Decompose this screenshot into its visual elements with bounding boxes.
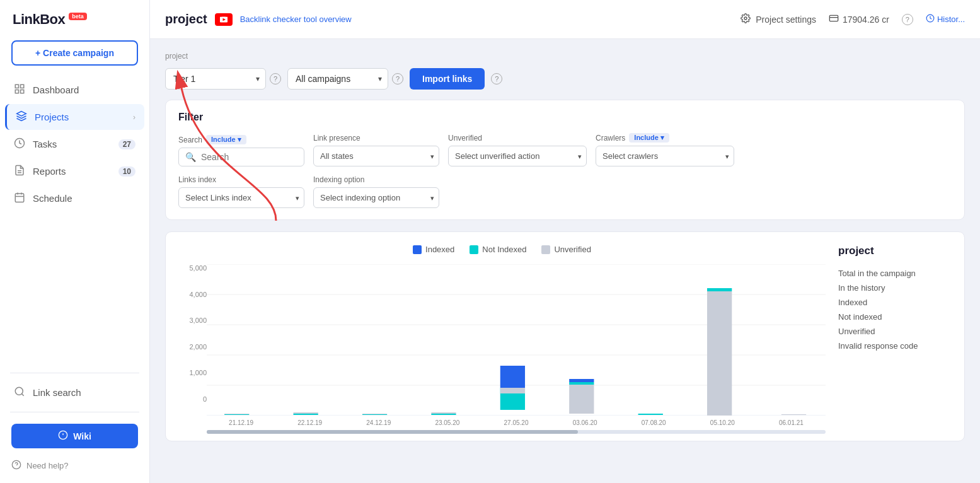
bar-23.05.20-not-indexed xyxy=(431,414,456,415)
x-label-3: 23.05.20 xyxy=(435,419,459,426)
help-question-icon[interactable]: ? xyxy=(902,14,913,25)
bar-05.10.20-not-indexed xyxy=(707,288,732,291)
sidebar-nav: Dashboard Projects › Tasks 27 Reports 10 xyxy=(0,77,149,366)
y-axis: 5,000 4,000 3,000 2,000 1,000 0 xyxy=(178,264,207,416)
bar-22.12.19-unverified xyxy=(293,412,318,414)
x-label-6: 07.08.20 xyxy=(642,419,666,426)
clock-icon xyxy=(926,14,935,25)
help-icon xyxy=(11,460,21,472)
create-campaign-button[interactable]: + Create campaign xyxy=(11,40,138,66)
stat-in-history: In the history xyxy=(838,281,952,295)
dashboard-icon xyxy=(14,83,25,96)
wiki-button[interactable]: Wiki xyxy=(11,424,138,448)
unverified-select[interactable]: Select unverified action xyxy=(448,146,587,166)
svg-rect-1 xyxy=(21,84,24,88)
svg-line-13 xyxy=(21,393,23,395)
header-right: Project settings 17904.26 cr ? Histor... xyxy=(741,13,965,25)
tasks-badge: 27 xyxy=(118,139,135,149)
x-label-7: 05.10.20 xyxy=(710,419,735,426)
youtube-icon[interactable] xyxy=(215,13,233,26)
search-input[interactable] xyxy=(201,152,296,162)
tier-help-icon[interactable]: ? xyxy=(270,73,281,84)
unverified-filter-group: Unverified Select unverified action xyxy=(448,134,587,166)
sidebar-item-link-search[interactable]: Link search xyxy=(5,380,144,405)
legend-unverified-label: Unverified xyxy=(554,245,591,254)
sidebar-item-tasks[interactable]: Tasks 27 xyxy=(5,131,144,157)
stat-total-campaign: Total in the campaign xyxy=(838,266,952,281)
indexing-option-filter-group: Indexing option Select indexing option xyxy=(313,175,439,208)
need-help-link[interactable]: Need help? xyxy=(0,453,149,483)
backlink-checker-link[interactable]: Backlink checker tool overview xyxy=(240,15,352,24)
chart-area: Indexed Not Indexed Unverified 5, xyxy=(178,245,826,428)
stat-invalid-response: Invalid response code xyxy=(838,339,952,353)
filter-row-1: Search Include ▾ 🔍 Link presence All sta… xyxy=(178,133,952,166)
filter-title: Filter xyxy=(178,112,952,123)
search-input-wrapper: 🔍 xyxy=(178,148,304,166)
chart-scrollbar-thumb[interactable] xyxy=(207,430,578,434)
svg-point-19 xyxy=(744,17,747,20)
divider-1 xyxy=(10,373,139,373)
history-link[interactable]: Histor... xyxy=(926,14,965,25)
stat-indexed: Indexed xyxy=(838,295,952,310)
import-links-button[interactable]: Import links xyxy=(410,68,485,90)
sidebar-item-schedule[interactable]: Schedule xyxy=(5,185,144,211)
indexing-option-select[interactable]: Select indexing option xyxy=(313,187,439,208)
links-index-label: Links index xyxy=(178,175,304,184)
legend-indexed-dot xyxy=(413,245,422,254)
sidebar-item-reports-label: Reports xyxy=(33,166,111,177)
wallet-icon xyxy=(829,13,839,25)
crawlers-select[interactable]: Select crawlers xyxy=(596,146,734,166)
unverified-label: Unverified xyxy=(448,134,587,143)
y-label-0: 0 xyxy=(178,395,207,403)
y-label-2000: 2,000 xyxy=(178,343,207,351)
legend-not-indexed-label: Not Indexed xyxy=(482,245,526,254)
x-label-8: 06.01.21 xyxy=(779,419,804,426)
svg-rect-0 xyxy=(15,84,18,88)
import-help-icon[interactable]: ? xyxy=(491,73,502,84)
search-filter-group: Search Include ▾ 🔍 xyxy=(178,135,304,166)
links-index-select[interactable]: Select Links index xyxy=(178,187,304,208)
campaign-help-icon[interactable]: ? xyxy=(392,73,403,84)
credits-display: 17904.26 cr xyxy=(829,13,889,25)
page-content: project Tier 1 Tier 2 Tier 3 ? All campa… xyxy=(150,39,980,483)
bar-06.01.21-stub xyxy=(781,414,806,415)
bars-svg-wrapper: 21.12.19 22.12.19 24.12.19 23.05.20 27.0… xyxy=(207,264,826,428)
crawlers-filter-group: Crawlers Include ▾ Select crawlers xyxy=(596,133,734,166)
bar-22.12.19-not-indexed xyxy=(293,414,318,415)
sidebar-item-reports[interactable]: Reports 10 xyxy=(5,158,144,184)
logo: LinkBox beta xyxy=(0,0,149,37)
chart-scrollbar[interactable] xyxy=(207,430,826,434)
tier-dropdown[interactable]: Tier 1 Tier 2 Tier 3 xyxy=(165,68,266,90)
link-presence-select[interactable]: All states xyxy=(313,146,439,166)
filter-panel: Filter Search Include ▾ 🔍 Link presen xyxy=(165,100,965,220)
svg-rect-2 xyxy=(15,90,18,93)
legend-indexed-label: Indexed xyxy=(425,245,454,254)
link-presence-filter-group: Link presence All states xyxy=(313,134,439,166)
y-label-4000: 4,000 xyxy=(178,291,207,298)
links-index-select-wrapper: Select Links index xyxy=(178,187,304,208)
chart-panel: Indexed Not Indexed Unverified 5, xyxy=(165,231,965,441)
sidebar-item-projects[interactable]: Projects › xyxy=(5,104,144,130)
campaign-dropdown[interactable]: All campaigns xyxy=(287,68,388,90)
link-presence-label: Link presence xyxy=(313,134,439,143)
legend-not-indexed-dot xyxy=(470,245,478,254)
include-badge-crawlers[interactable]: Include ▾ xyxy=(629,133,669,143)
y-label-3000: 3,000 xyxy=(178,317,207,324)
projects-icon xyxy=(16,110,27,124)
svg-point-12 xyxy=(15,387,23,395)
include-badge-search[interactable]: Include ▾ xyxy=(206,135,246,144)
crawlers-label: Crawlers xyxy=(596,134,625,143)
bar-07.08.20-not-indexed xyxy=(638,414,663,415)
info-icon xyxy=(58,430,68,442)
chart-info-title: project xyxy=(838,245,952,257)
indexing-option-label: Indexing option xyxy=(313,175,439,184)
bar-21.12.19-unverified xyxy=(224,414,249,414)
x-label-5: 03.06.20 xyxy=(573,419,597,426)
svg-marker-4 xyxy=(17,112,26,117)
gear-icon xyxy=(741,13,751,25)
filter-row-2: Links index Select Links index Indexing … xyxy=(178,175,952,208)
bar-03.06.20-unverified xyxy=(569,385,594,414)
sidebar-item-dashboard[interactable]: Dashboard xyxy=(5,77,144,103)
legend-unverified: Unverified xyxy=(541,245,591,254)
project-settings-link[interactable]: Project settings xyxy=(741,13,816,25)
